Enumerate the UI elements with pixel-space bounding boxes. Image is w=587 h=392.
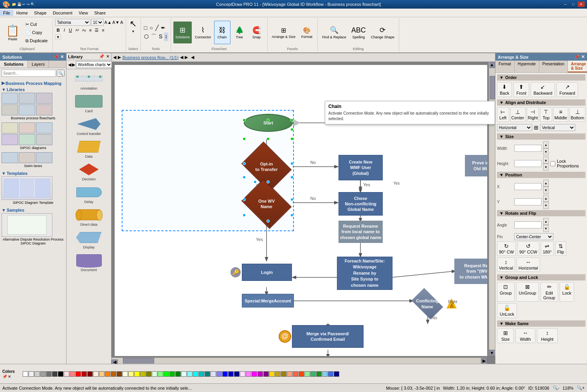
color-swatch-a0a0a0[interactable] — [40, 371, 46, 377]
color-swatch-c000c0[interactable] — [257, 371, 263, 377]
right-panel-pin[interactable]: 📌 — [574, 54, 580, 59]
lib-data[interactable]: Data — [68, 139, 110, 158]
lib-direct-data[interactable]: Direct data — [68, 207, 110, 227]
color-swatch-ffffff[interactable] — [23, 371, 28, 377]
color-swatch-90ee90[interactable] — [304, 371, 310, 377]
color-swatch-ff6347[interactable] — [293, 371, 298, 377]
menu-document[interactable]: Document — [50, 10, 76, 16]
tab-layers[interactable]: Layers — [28, 61, 49, 68]
chose-non-shape[interactable]: ChoseNon-conflictingGlobal Name — [339, 192, 383, 216]
front-btn[interactable]: ⬆ Front — [513, 82, 529, 97]
change-shape-btn[interactable]: ⟳ Change Shape — [369, 21, 396, 44]
color-swatch-ffe0e0[interactable] — [64, 371, 69, 377]
library-select[interactable]: Workflow charts — [76, 61, 112, 68]
merge-password-shape[interactable]: @ Merge via Password/Confirmed Email — [292, 325, 364, 348]
color-swatch-ff80ff[interactable] — [246, 371, 251, 377]
backward-btn[interactable]: ↙ Backward — [531, 82, 555, 97]
cursor-tool[interactable]: ↕ — [164, 32, 168, 41]
canvas-scroll-left[interactable]: ◀ — [191, 55, 194, 60]
menu-home[interactable]: Home — [13, 10, 31, 16]
lib-control-transfer[interactable]: Control transfer — [68, 116, 110, 136]
font-select[interactable]: Tahoma — [55, 19, 90, 26]
color-swatch-e0ffff[interactable] — [181, 371, 187, 377]
more-font-btn[interactable]: ▼ — [55, 34, 61, 40]
bold-btn[interactable]: B — [55, 27, 61, 33]
color-swatch-804000[interactable] — [117, 371, 122, 377]
horizontal-flip-btn[interactable]: ↔ Horizontal — [517, 257, 540, 272]
color-swatch-c06000[interactable] — [111, 371, 116, 377]
flip-btn[interactable]: ⇅ Flip — [555, 241, 566, 256]
color-swatch-fff0e0[interactable] — [93, 371, 99, 377]
request-rename2-shape[interactable]: Request Renamefrom "(WV-xx)"to chosen WM… — [454, 259, 487, 284]
foreach-shape[interactable]: Foreach Name/Site:WikivoyageRename bySit… — [337, 257, 393, 290]
lib-display[interactable]: Display — [68, 230, 110, 249]
opt-in-shape[interactable]: Opt-into Transfer — [243, 151, 290, 182]
cut-button[interactable]: ✂ Cut — [23, 21, 50, 28]
color-swatch-8080ff[interactable] — [216, 371, 222, 377]
y-down-btn[interactable]: ▼ — [543, 202, 549, 209]
solutions-panel-close[interactable]: ✕ — [60, 54, 64, 59]
color-swatch-ffd700[interactable] — [269, 371, 275, 377]
solutions-btn[interactable]: ⊞ Solutions — [173, 22, 192, 43]
color-swatch-c0c000[interactable] — [140, 371, 146, 377]
prove-identity-shape[interactable]: Prove identity onOld Wikivoyage 👤 📝 — [465, 155, 487, 176]
underline-btn[interactable]: U — [67, 27, 74, 33]
connector-btn[interactable]: ⌇ Connector — [193, 21, 213, 44]
lib-nav-back[interactable]: ◀ — [68, 62, 71, 67]
canvas-next-page[interactable]: ▶ — [185, 55, 188, 60]
color-swatch-80ffff[interactable] — [187, 371, 193, 377]
colors-close[interactable]: ✕ — [8, 374, 11, 379]
snap-btn[interactable]: 🧲 Snap — [248, 21, 265, 44]
make-height-btn[interactable]: ↕ Height — [537, 328, 558, 343]
tab-format[interactable]: Format — [495, 61, 515, 72]
create-new-shape[interactable]: Create NewWMF User(Global) — [339, 155, 383, 180]
chain-btn[interactable]: ⛓ Chain — [214, 21, 230, 44]
arrange-size-btn[interactable]: ⊞ Arrange & Size — [270, 21, 298, 44]
lib-delay[interactable]: Delay — [68, 184, 110, 204]
align-center-btn[interactable]: ☰ — [94, 27, 100, 33]
color-swatch-404040[interactable] — [52, 371, 58, 377]
lock-proportions-check[interactable] — [550, 161, 555, 166]
superscript-btn[interactable]: A² — [74, 28, 80, 32]
menu-view[interactable]: View — [76, 10, 91, 16]
pen-tool[interactable]: ✒ — [160, 24, 166, 32]
color-swatch-ff8000[interactable] — [105, 371, 110, 377]
angle-up-btn[interactable]: ▲ — [543, 218, 549, 225]
solutions-panel-pin[interactable]: 📌 — [53, 54, 59, 59]
color-swatch-4169e1[interactable] — [328, 371, 333, 377]
color-swatch-000080[interactable] — [234, 371, 239, 377]
font-shrink[interactable]: A▼ — [112, 20, 119, 25]
x-up-btn[interactable]: ▲ — [543, 180, 549, 187]
subscript-btn[interactable]: A₂ — [81, 28, 87, 32]
color-swatch-ffa07a[interactable] — [287, 371, 292, 377]
tab-arrange-size[interactable]: Arrange & Size — [568, 61, 587, 72]
panel-search-btn[interactable]: 🔍 — [57, 70, 65, 77]
angle-down-btn[interactable]: ▼ — [543, 225, 549, 232]
color-swatch-ffe0ff[interactable] — [240, 371, 245, 377]
color-swatch-ff00ff[interactable] — [252, 371, 257, 377]
samples-section[interactable]: ▼Samples — [2, 207, 65, 213]
lib-bpf[interactable]: Business process flowcharts — [2, 93, 65, 120]
maximize-btn[interactable]: □ — [570, 2, 577, 7]
color-swatch-c0a020[interactable] — [275, 371, 281, 377]
vertical-select[interactable]: Vertical — [540, 124, 575, 131]
paste-button[interactable]: 📋 Paste — [4, 19, 22, 46]
right-panel-close[interactable]: ✕ — [581, 54, 585, 59]
libraries-section[interactable]: ▼Libraries — [2, 86, 65, 93]
rotate-90ccw-btn[interactable]: ↺ 90° CCW — [517, 241, 539, 256]
color-swatch-808000[interactable] — [146, 371, 151, 377]
align-top-btn[interactable]: ⊤ Top — [540, 107, 552, 122]
italic-btn[interactable]: I — [62, 27, 67, 33]
horizontal-select[interactable]: Horizontal — [497, 124, 532, 131]
group-btn[interactable]: ⊡ Group — [497, 282, 515, 302]
x-down-btn[interactable]: ▼ — [543, 187, 549, 194]
group-header[interactable]: ▼Group and Lock — [497, 274, 585, 281]
order-header[interactable]: ▼Order — [497, 74, 585, 81]
zoom-in-btn[interactable]: 🔍+ — [577, 385, 585, 390]
rotate-header[interactable]: ▼Rotate and Flip — [497, 210, 585, 216]
one-wv-shape[interactable]: One WVName — [243, 188, 290, 219]
h-scrollbar[interactable]: ◀ ▶ — [112, 358, 487, 364]
y-up-btn[interactable]: ▲ — [543, 195, 549, 202]
lib-annotation[interactable]: Annotation — [68, 71, 110, 90]
ellipse-tool[interactable]: ○ — [149, 24, 153, 32]
